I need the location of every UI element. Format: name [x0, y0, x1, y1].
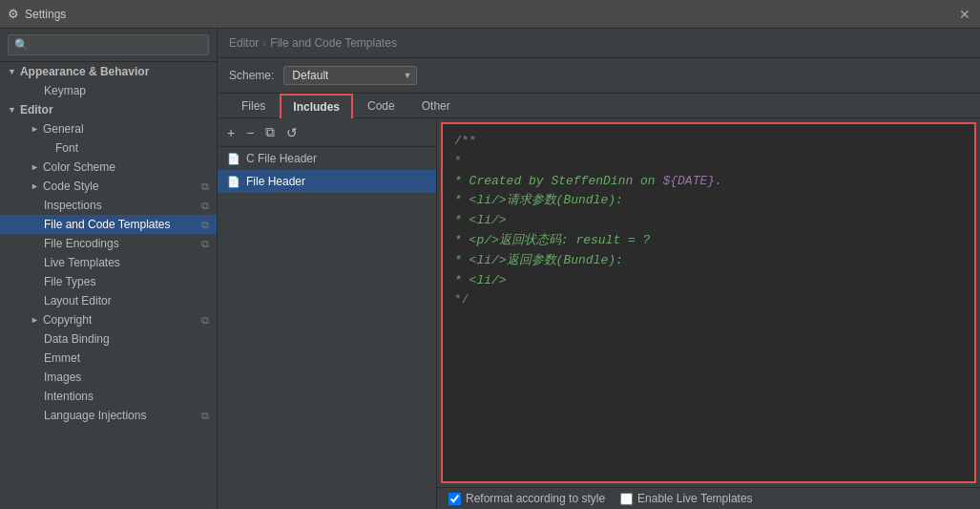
template-list: 📄C File Header📄File Header	[218, 147, 436, 509]
arrow-closed-icon: ►	[31, 162, 39, 172]
editor-line: /**	[454, 132, 963, 152]
sidebar-items-container: ▼Appearance & BehaviorKeymap▼Editor►Gene…	[0, 62, 217, 425]
editor-line: * <li/>	[454, 211, 963, 231]
template-area: + − ⧉ ↺ 📄C File Header📄File Header /** *…	[218, 118, 980, 509]
titlebar: ⚙ Settings ✕	[0, 0, 980, 29]
sidebar-item-code-style[interactable]: ►Code Style⧉	[0, 177, 217, 196]
tabs-row: FilesIncludesCodeOther	[218, 94, 980, 118]
arrow-closed-icon: ►	[31, 181, 39, 191]
sidebar-item-keymap[interactable]: Keymap	[0, 81, 217, 100]
sidebar-item-data-binding[interactable]: Data Binding	[0, 329, 217, 349]
tab-other[interactable]: Other	[409, 94, 463, 118]
sidebar-item-file-encodings[interactable]: File Encodings⧉	[0, 234, 217, 253]
sidebar-item-font[interactable]: Font	[0, 138, 217, 158]
template-list-panel: + − ⧉ ↺ 📄C File Header📄File Header	[218, 118, 437, 509]
sidebar-item-label: Data Binding	[44, 332, 110, 346]
sidebar-item-inspections[interactable]: Inspections⧉	[0, 196, 217, 215]
add-template-button[interactable]: +	[223, 123, 239, 142]
editor-line: * <li/>请求参数(Bundle):	[454, 191, 963, 211]
editor-line: * <p/>返回状态码: result = ?	[454, 231, 963, 251]
sidebar-item-editor[interactable]: ▼Editor	[0, 100, 217, 119]
sidebar-item-color-scheme[interactable]: ►Color Scheme	[0, 158, 217, 177]
breadcrumb-separator: ›	[262, 36, 266, 50]
file-template-icon: 📄	[227, 176, 240, 188]
sidebar-item-label: Live Templates	[44, 256, 120, 269]
live-templates-checkbox[interactable]	[620, 493, 633, 505]
live-templates-checkbox-wrap[interactable]: Enable Live Templates	[620, 492, 753, 505]
editor-line: *	[454, 152, 963, 172]
tab-files[interactable]: Files	[229, 94, 278, 118]
close-button[interactable]: ✕	[957, 7, 972, 22]
sidebar-copy-icon: ⧉	[201, 238, 209, 250]
sidebar-copy-icon: ⧉	[201, 180, 209, 193]
template-variable: ${DATE}	[662, 174, 715, 188]
sidebar-item-appearance-behavior[interactable]: ▼Appearance & Behavior	[0, 62, 217, 81]
arrow-closed-icon: ►	[31, 124, 39, 134]
template-item-c-file-header[interactable]: 📄C File Header	[218, 147, 436, 170]
sidebar-item-label: Copyright	[43, 313, 92, 327]
scheme-row: Scheme: Default Project	[218, 58, 980, 94]
template-item-label: File Header	[246, 175, 305, 188]
scheme-select-wrap: Default Project	[283, 66, 417, 85]
sidebar-item-file-types[interactable]: File Types	[0, 272, 217, 291]
copy-template-button[interactable]: ⧉	[261, 122, 279, 142]
scheme-label: Scheme:	[229, 69, 274, 82]
sidebar-item-emmet[interactable]: Emmet	[0, 349, 217, 368]
sidebar-item-label: Color Scheme	[43, 160, 115, 174]
sidebar-item-layout-editor[interactable]: Layout Editor	[0, 291, 217, 310]
tab-code[interactable]: Code	[355, 94, 407, 118]
file-template-icon: 📄	[227, 153, 240, 165]
sidebar-copy-icon: ⧉	[201, 314, 209, 327]
editor-line: */	[454, 290, 963, 310]
sidebar-item-label: Editor	[20, 103, 53, 117]
content-area: Editor › File and Code Templates Scheme:…	[218, 29, 980, 509]
sidebar-item-intentions[interactable]: Intentions	[0, 387, 217, 406]
sidebar-item-label: Appearance & Behavior	[20, 65, 149, 78]
template-toolbar: + − ⧉ ↺	[218, 118, 436, 147]
sidebar-item-live-templates[interactable]: Live Templates	[0, 253, 217, 272]
remove-template-button[interactable]: −	[242, 123, 258, 142]
breadcrumb: Editor › File and Code Templates	[218, 29, 980, 58]
sidebar-item-label: File Types	[44, 275, 95, 288]
sidebar-item-images[interactable]: Images	[0, 368, 217, 387]
sidebar-copy-icon: ⧉	[201, 219, 209, 231]
breadcrumb-current: File and Code Templates	[270, 36, 397, 50]
live-templates-label: Enable Live Templates	[637, 492, 753, 505]
template-items-container: 📄C File Header📄File Header	[218, 147, 436, 193]
search-input[interactable]	[8, 34, 209, 55]
settings-icon: ⚙	[8, 7, 19, 21]
sidebar-item-label: Language Injections	[44, 409, 146, 422]
sidebar-item-language-injections[interactable]: Language Injections⧉	[0, 406, 217, 425]
reformat-checkbox[interactable]	[448, 493, 461, 505]
reset-template-button[interactable]: ↺	[282, 123, 302, 142]
sidebar-copy-icon: ⧉	[201, 200, 209, 212]
editor-code-area[interactable]: /** * * Created by SteffenDinn on ${DATE…	[441, 122, 976, 483]
scheme-select[interactable]: Default Project	[283, 66, 417, 85]
sidebar-item-label: File and Code Templates	[44, 218, 171, 231]
sidebar-copy-icon: ⧉	[201, 410, 209, 422]
sidebar-item-file-and-code-templates[interactable]: File and Code Templates⧉	[0, 215, 217, 234]
tab-includes[interactable]: Includes	[280, 94, 353, 118]
main-layout: ▼Appearance & BehaviorKeymap▼Editor►Gene…	[0, 29, 980, 509]
sidebar-item-label: Images	[44, 371, 81, 384]
tabs-container: FilesIncludesCodeOther	[229, 94, 463, 117]
sidebar-item-label: Code Style	[43, 180, 99, 193]
sidebar-item-label: Font	[55, 141, 78, 155]
template-item-file-header[interactable]: 📄File Header	[218, 170, 436, 193]
sidebar-item-label: Keymap	[44, 84, 86, 97]
arrow-open-icon: ▼	[8, 67, 16, 76]
sidebar-item-label: Layout Editor	[44, 294, 112, 308]
sidebar: ▼Appearance & BehaviorKeymap▼Editor►Gene…	[0, 29, 218, 509]
sidebar-item-label: General	[43, 122, 84, 136]
arrow-open-icon: ▼	[8, 105, 16, 115]
sidebar-item-label: Emmet	[44, 351, 80, 365]
template-editor: /** * * Created by SteffenDinn on ${DATE…	[437, 118, 980, 509]
reformat-checkbox-wrap[interactable]: Reformat according to style	[448, 492, 605, 505]
editor-footer: Reformat according to style Enable Live …	[437, 487, 980, 509]
breadcrumb-editor: Editor	[229, 36, 259, 50]
sidebar-item-copyright[interactable]: ►Copyright⧉	[0, 310, 217, 329]
sidebar-search-container	[0, 29, 217, 62]
titlebar-left: ⚙ Settings	[8, 7, 66, 21]
sidebar-item-general[interactable]: ►General	[0, 119, 217, 138]
sidebar-item-label: Inspections	[44, 199, 102, 212]
